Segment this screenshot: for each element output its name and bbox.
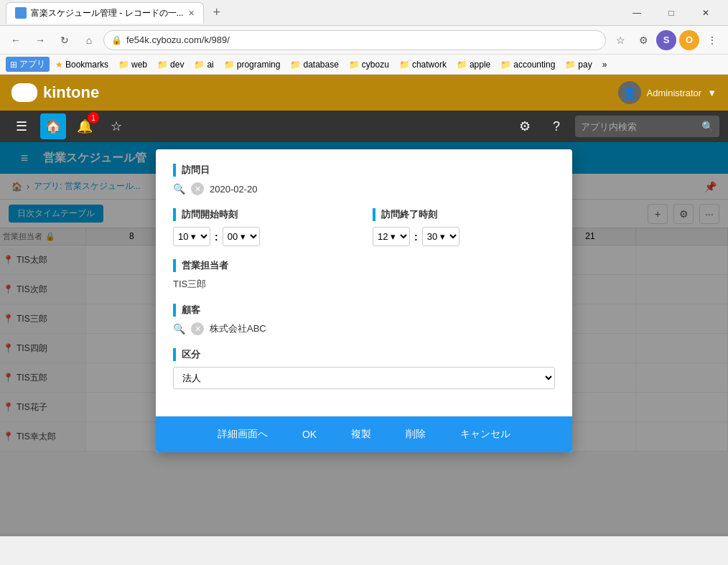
delete-button[interactable]: 削除 [394, 424, 437, 445]
date-search-icon[interactable]: 🔍 [173, 183, 185, 195]
ssl-icon: 🔒 [111, 35, 122, 45]
end-time-field: 訪問終了時刻 12 ▾ : 30 ▾ [373, 208, 555, 246]
modal-body: 訪問日 🔍 ✕ 2020-02-20 訪問開始時刻 10 ▾ [156, 149, 572, 416]
bookmark-database[interactable]: 📁 database [286, 58, 342, 71]
nav-menu-icon[interactable]: ☰ [9, 113, 34, 139]
nav-home-icon[interactable]: 🏠 [40, 113, 66, 139]
nav-settings-icon[interactable]: ⚙ [512, 113, 538, 139]
modal-footer: 詳細画面へ OK 複製 削除 キャンセル [156, 416, 572, 452]
folder-icon: 📁 [349, 60, 360, 70]
visit-date-section: 訪問日 🔍 ✕ 2020-02-20 [173, 164, 555, 195]
end-minute-select[interactable]: 30 ▾ [422, 227, 459, 246]
folder-icon: 📁 [118, 60, 129, 70]
minimize-button[interactable]: — [620, 1, 653, 24]
user-avatar-large: 👤 [618, 81, 641, 104]
ok-button[interactable]: OK [291, 424, 328, 444]
bookmark-web[interactable]: 📁 web [114, 58, 151, 71]
end-time-select-group: 12 ▾ : 30 ▾ [373, 227, 555, 246]
user-avatar-o[interactable]: O [679, 30, 699, 50]
bookmark-apple[interactable]: 📁 apple [452, 58, 495, 71]
start-minute-select[interactable]: 00 ▾ [223, 227, 260, 246]
modal-overlay[interactable]: 訪問日 🔍 ✕ 2020-02-20 訪問開始時刻 10 ▾ [0, 142, 728, 536]
folder-icon: 📁 [290, 60, 301, 70]
folder-icon: 📁 [500, 60, 511, 70]
bookmark-star-icon[interactable]: ☆ [610, 30, 630, 50]
customer-value: 株式会社ABC [210, 322, 266, 335]
category-label: 区分 [173, 348, 555, 361]
notification-area[interactable]: 🔔 1 [72, 113, 98, 139]
bookmark-pay[interactable]: 📁 pay [561, 58, 596, 71]
browser-tab[interactable]: 富楽スケジュール管理 - レコードの一... ✕ [6, 2, 204, 24]
browser-titlebar: 富楽スケジュール管理 - レコードの一... ✕ + — □ ✕ [0, 0, 728, 26]
visit-date-label: 訪問日 [173, 164, 555, 177]
user-avatar-s[interactable]: S [656, 30, 676, 50]
customer-section: 顧客 🔍 ✕ 株式会社ABC [173, 304, 555, 335]
user-dropdown-icon: ▼ [707, 88, 717, 98]
time-colon-start: : [215, 231, 218, 243]
start-time-select-group: 10 ▾ : 00 ▾ [173, 227, 355, 246]
bookmark-programing[interactable]: 📁 programing [220, 58, 285, 71]
bookmark-cybozu[interactable]: 📁 cybozu [345, 58, 393, 71]
customer-search-icon[interactable]: 🔍 [173, 323, 185, 335]
tab-title: 富楽スケジュール管理 - レコードの一... [31, 7, 184, 19]
end-time-label: 訪問終了時刻 [373, 208, 555, 221]
end-hour-select[interactable]: 12 ▾ [373, 227, 410, 246]
reload-button[interactable]: ↻ [55, 30, 75, 50]
address-bar[interactable]: 🔒 fe54k.cybozu.com/k/989/ [103, 30, 606, 50]
logo-text: kintone [43, 83, 99, 102]
bookmark-accounting[interactable]: 📁 accounting [496, 58, 559, 71]
date-field: 🔍 ✕ 2020-02-20 [173, 182, 555, 195]
kintone-user-area[interactable]: 👤 Administrator ▼ [618, 81, 717, 104]
bookmark-ai[interactable]: 📁 ai [190, 58, 218, 71]
kintone-nav: ☰ 🏠 🔔 1 ☆ ⚙ ? 🔍 [0, 111, 728, 142]
start-hour-select[interactable]: 10 ▾ [173, 227, 210, 246]
start-time-label: 訪問開始時刻 [173, 208, 355, 221]
browser-nav: ← → ↻ ⌂ 🔒 fe54k.cybozu.com/k/989/ ☆ ⚙ S … [0, 26, 728, 55]
sales-person-section: 営業担当者 TIS三郎 [173, 259, 555, 291]
bookmark-bookmarks[interactable]: ★ Bookmarks [51, 58, 113, 71]
apps-icon: ⊞ [10, 60, 17, 70]
folder-icon: 📁 [194, 60, 205, 70]
category-section: 区分 法人 個人 [173, 348, 555, 389]
page-content: ≡ 営業スケジュール管 🏠 › アプリ: 営業スケジュール... 📌 日次タイム… [0, 142, 728, 536]
detail-button[interactable]: 詳細画面へ [206, 424, 279, 445]
url-text: fe54k.cybozu.com/k/989/ [126, 34, 230, 45]
folder-icon: 📁 [157, 60, 168, 70]
copy-button[interactable]: 複製 [340, 424, 383, 445]
bookmark-more[interactable]: » [598, 58, 612, 71]
customer-field: 🔍 ✕ 株式会社ABC [173, 322, 555, 335]
time-fields-row: 訪問開始時刻 10 ▾ : 00 ▾ 訪問終了 [173, 208, 555, 246]
bookmark-dev[interactable]: 📁 dev [153, 58, 188, 71]
extensions-icon[interactable]: ⚙ [633, 30, 653, 50]
sales-person-label: 営業担当者 [173, 259, 555, 272]
new-tab-button[interactable]: + [207, 3, 227, 23]
back-button[interactable]: ← [6, 30, 26, 50]
menu-icon[interactable]: ⋮ [702, 30, 722, 50]
kintone-header: ☁ kintone 👤 Administrator ▼ [0, 75, 728, 111]
close-button[interactable]: ✕ [689, 1, 722, 24]
maximize-button[interactable]: □ [655, 1, 688, 24]
start-time-field: 訪問開始時刻 10 ▾ : 00 ▾ [173, 208, 355, 246]
bookmark-apps[interactable]: ⊞ アプリ [6, 57, 50, 72]
category-select[interactable]: 法人 個人 [173, 367, 555, 389]
home-button[interactable]: ⌂ [79, 30, 99, 50]
bookmark-chatwork[interactable]: 📁 chatwork [395, 58, 451, 71]
app-search-box[interactable]: 🔍 [575, 116, 719, 137]
customer-clear-button[interactable]: ✕ [191, 322, 204, 335]
user-name: Administrator [647, 88, 702, 98]
folder-icon: 📁 [565, 60, 576, 70]
forward-button[interactable]: → [30, 30, 50, 50]
cancel-button[interactable]: キャンセル [449, 424, 522, 445]
nav-help-icon[interactable]: ? [543, 113, 569, 139]
logo-cloud-icon: ☁ [11, 83, 37, 102]
notification-badge: 1 [88, 112, 99, 123]
date-clear-button[interactable]: ✕ [191, 182, 204, 195]
nav-star-icon[interactable]: ☆ [103, 113, 129, 139]
search-icon: 🔍 [701, 121, 714, 132]
tab-favicon [15, 7, 27, 19]
folder-icon: 📁 [224, 60, 235, 70]
nav-right-icons: ⚙ ? 🔍 [512, 113, 719, 139]
tab-close-button[interactable]: ✕ [188, 9, 195, 18]
sales-person-value: TIS三郎 [173, 278, 555, 291]
app-search-input[interactable] [581, 121, 701, 132]
